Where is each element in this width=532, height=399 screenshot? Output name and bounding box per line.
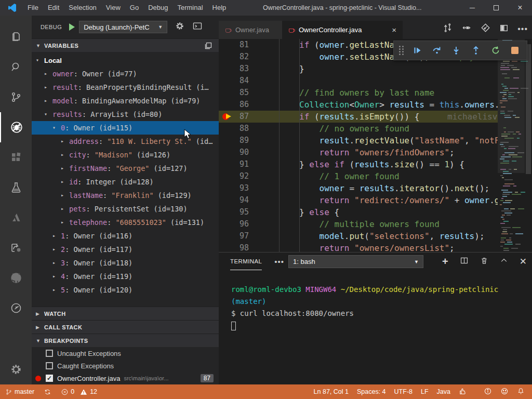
twisty-expanded-icon[interactable]: ▾ [52, 121, 56, 135]
menu-file[interactable]: File [23, 0, 43, 16]
variable-row[interactable]: ▸pets: PersistentSet (id=130) [32, 202, 219, 216]
terminal-output[interactable]: roml@roml-devbo3 MINGW64 ~/Desktop/code/… [219, 270, 532, 331]
twisty-expanded-icon[interactable]: ▾ [44, 108, 47, 121]
terminal-instance-dropdown[interactable]: 1: bash▼ [288, 255, 423, 268]
variable-row[interactable]: ▸city: "Madison" (id=126) [32, 148, 219, 162]
menu-terminal[interactable]: Terminal [172, 0, 207, 16]
variable-row[interactable]: ▸lastName: "Franklin" (id=129) [32, 189, 219, 202]
breakpoint-row[interactable]: Uncaught Exceptions [32, 347, 219, 360]
close-button[interactable]: × [508, 0, 532, 16]
variable-row[interactable]: ▸telephone: "6085551023" (id=131) [32, 216, 219, 229]
code-time-gauge-icon[interactable] [0, 293, 32, 323]
variable-row[interactable]: ▸3: Owner (id=118) [32, 256, 219, 270]
watch-section-header[interactable]: ▶ WATCH [32, 307, 219, 320]
editor-scrollbar[interactable] [526, 44, 531, 174]
breakpoint-row[interactable]: Caught Exceptions [32, 360, 219, 372]
tab-owner-java[interactable]: Owner.java [219, 21, 282, 39]
panes-icon[interactable] [204, 42, 212, 51]
status-indentation[interactable]: Spaces: 4 [357, 388, 386, 395]
maximize-panel-chevron-icon[interactable] [500, 256, 508, 267]
status-language-mode[interactable]: Java [437, 388, 450, 395]
code-editor[interactable]: 81 if (owner.getLastName() == null) {82 … [219, 39, 532, 275]
azure-icon[interactable] [0, 203, 32, 233]
restart-button[interactable] [487, 43, 504, 58]
variable-row[interactable]: ▸model: BindingAwareModelMap (id=79) [32, 94, 219, 108]
stop-button[interactable] [506, 43, 524, 58]
twisty-collapsed-icon[interactable]: ▸ [44, 67, 47, 81]
menu-debug[interactable]: Debug [143, 0, 172, 16]
variable-row[interactable]: ▾results: ArrayList (id=80) [32, 108, 219, 121]
minimize-button[interactable]: ─ [460, 0, 484, 16]
twisty-expanded-icon[interactable]: ▾ [36, 54, 39, 67]
twisty-collapsed-icon[interactable]: ▸ [61, 189, 64, 202]
line-number[interactable]: 86 [219, 99, 249, 111]
tab-ownercontroller-java[interactable]: OwnerController.java × [282, 21, 403, 39]
toggle-file-blame-eye-icon[interactable] [461, 23, 472, 35]
line-number[interactable]: 93 [219, 182, 249, 194]
thumbs-up-feedback-icon[interactable] [459, 387, 467, 397]
menu-view[interactable]: View [101, 0, 125, 16]
line-number[interactable]: 94 [219, 194, 249, 206]
live-share-icon[interactable] [0, 233, 32, 263]
twisty-collapsed-icon[interactable]: ▸ [44, 81, 47, 94]
debug-console-icon[interactable] [192, 21, 203, 33]
close-panel-icon[interactable]: ✕ [520, 256, 527, 267]
line-number[interactable]: 83 [219, 63, 249, 75]
variable-row[interactable]: ▸2: Owner (id=117) [32, 243, 219, 256]
maximize-button[interactable] [484, 0, 508, 16]
scope-row[interactable]: ▾Local [32, 54, 219, 67]
breakpoint-row[interactable]: ✓OwnerController.javasrc\main\java\or...… [32, 372, 219, 384]
test-beaker-icon[interactable] [0, 172, 32, 203]
source-control-icon[interactable] [0, 82, 32, 112]
editor-status-items[interactable]: Ln 87, Col 1Spaces: 4UTF-8LFJava [314, 388, 450, 395]
menu-go[interactable]: Go [125, 0, 143, 16]
twisty-collapsed-icon[interactable]: ▸ [61, 135, 64, 148]
twisty-collapsed-icon[interactable]: ▸ [61, 216, 64, 229]
extensions-icon[interactable] [0, 142, 32, 172]
open-changes-icon[interactable] [481, 23, 490, 35]
variable-row[interactable]: ▸1: Owner (id=116) [32, 229, 219, 243]
breakpoints-section-header[interactable]: ▼ BREAKPOINTS [32, 334, 219, 347]
search-icon[interactable] [0, 52, 32, 82]
toolbar-drag-handle[interactable] [399, 46, 404, 55]
line-number[interactable]: 96 [219, 218, 249, 230]
twisty-collapsed-icon[interactable]: ▸ [61, 202, 64, 216]
variable-row[interactable]: ▸result: BeanPropertyBindingResult (i… [32, 81, 219, 94]
new-terminal-icon[interactable]: + [442, 257, 448, 266]
twisty-collapsed-icon[interactable]: ▸ [52, 229, 56, 243]
line-number[interactable]: 90 [219, 147, 249, 158]
twisty-collapsed-icon[interactable]: ▸ [44, 94, 47, 108]
continue-button[interactable] [408, 43, 426, 58]
problems-indicator[interactable]: 0 12 [61, 388, 97, 396]
twisty-collapsed-icon[interactable]: ▸ [52, 243, 56, 256]
twisty-collapsed-icon[interactable]: ▸ [61, 148, 64, 162]
variable-row[interactable]: ▸owner: Owner (id=77) [32, 67, 219, 81]
line-number[interactable]: 95 [219, 206, 249, 218]
call-stack-section-header[interactable]: ▶ CALL STACK [32, 320, 219, 334]
line-number[interactable]: 91 [219, 158, 249, 170]
notifications-bell-icon[interactable] [517, 387, 525, 397]
menu-edit[interactable]: Edit [43, 0, 64, 16]
gitlens-compare-icon[interactable] [443, 23, 453, 35]
debug-icon[interactable] [0, 112, 32, 142]
info-icon[interactable] [484, 387, 492, 397]
git-branch-indicator[interactable]: master [5, 388, 34, 396]
terminal-tab[interactable]: TERMINAL [230, 252, 262, 270]
step-over-button[interactable] [428, 43, 446, 58]
variable-row[interactable]: ▸4: Owner (id=119) [32, 270, 219, 283]
step-into-button[interactable] [447, 43, 465, 58]
panel-more-actions-icon[interactable]: ••• [274, 257, 284, 266]
explorer-icon[interactable] [0, 22, 32, 52]
breakpoint-checkbox[interactable] [46, 362, 53, 369]
variable-row[interactable]: ▸firstName: "George" (id=127) [32, 162, 219, 175]
split-terminal-icon[interactable] [460, 256, 469, 267]
sync-changes-button[interactable] [44, 388, 51, 396]
manage-gear-icon[interactable] [0, 363, 32, 376]
variables-section-header[interactable]: ▼ VARIABLES [32, 38, 219, 52]
launch-config-dropdown[interactable]: Debug (Launch)-PetC▼ [79, 21, 167, 33]
line-number[interactable]: 84 [219, 75, 249, 87]
line-number[interactable]: 92 [219, 170, 249, 182]
menu-selection[interactable]: Selection [64, 0, 101, 16]
step-out-button[interactable] [467, 43, 485, 58]
start-debug-icon[interactable] [69, 23, 75, 31]
